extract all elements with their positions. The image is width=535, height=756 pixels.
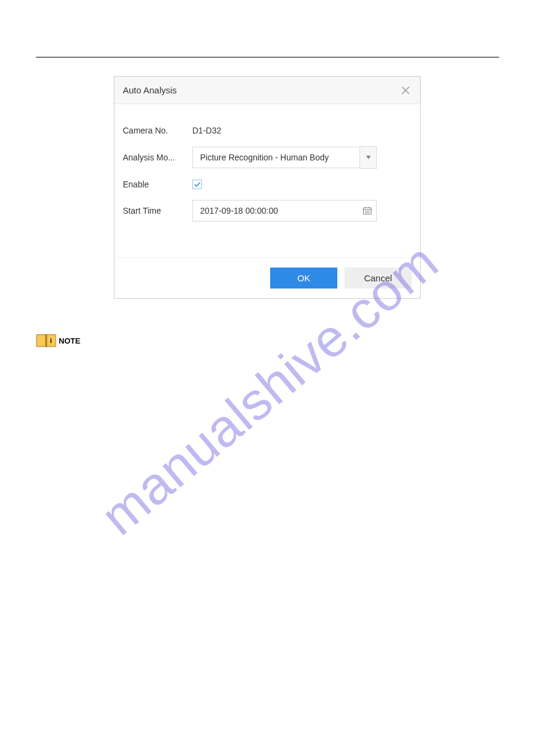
analysis-mode-label: Analysis Mo... (123, 153, 192, 162)
start-time-input-wrap[interactable] (192, 200, 377, 221)
page-rule (36, 57, 499, 57)
auto-analysis-dialog: Auto Analysis Camera No. D1-D32 Analysis… (114, 76, 421, 299)
enable-label: Enable (123, 180, 192, 189)
analysis-mode-value: Picture Recognition - Human Body (192, 147, 360, 168)
svg-rect-8 (46, 334, 47, 347)
camera-no-row: Camera No. D1-D32 (123, 126, 412, 135)
start-time-row: Start Time (123, 200, 412, 221)
close-icon[interactable] (401, 86, 410, 95)
enable-checkbox[interactable] (192, 180, 202, 189)
chevron-down-icon[interactable] (360, 146, 377, 169)
dialog-footer: OK Cancel (114, 257, 420, 298)
ok-button[interactable]: OK (270, 268, 337, 289)
note-icon: i (36, 333, 58, 348)
camera-no-label: Camera No. (123, 126, 192, 135)
camera-no-value: D1-D32 (192, 126, 221, 135)
cancel-button[interactable]: Cancel (344, 268, 412, 289)
enable-row: Enable (123, 180, 412, 189)
note-label: NOTE (59, 336, 80, 345)
start-time-label: Start Time (123, 206, 192, 215)
note-block: i NOTE (36, 333, 80, 348)
svg-text:i: i (50, 337, 52, 344)
start-time-input[interactable] (193, 201, 358, 221)
dialog-body: Camera No. D1-D32 Analysis Mo... Picture… (114, 104, 420, 257)
dialog-header: Auto Analysis (114, 77, 420, 104)
analysis-mode-select[interactable]: Picture Recognition - Human Body (192, 146, 377, 169)
dialog-title: Auto Analysis (123, 85, 177, 95)
analysis-mode-row: Analysis Mo... Picture Recognition - Hum… (123, 146, 412, 169)
calendar-icon[interactable] (358, 206, 376, 215)
svg-rect-6 (37, 335, 46, 347)
